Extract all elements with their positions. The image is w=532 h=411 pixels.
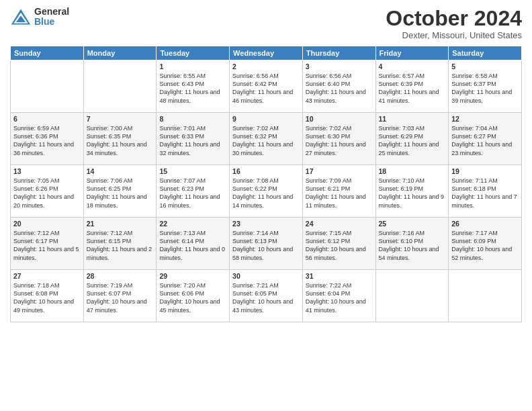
day-info: Sunrise: 6:56 AM Sunset: 6:42 PM Dayligh…	[232, 72, 300, 105]
logo-general: General	[34, 7, 69, 17]
col-thursday: Thursday	[302, 46, 375, 60]
day-info: Sunrise: 7:02 AM Sunset: 6:32 PM Dayligh…	[232, 124, 300, 157]
day-number: 28	[87, 272, 154, 280]
table-row: 1Sunrise: 6:55 AM Sunset: 6:43 PM Daylig…	[157, 60, 230, 113]
day-info: Sunrise: 7:19 AM Sunset: 6:07 PM Dayligh…	[87, 281, 154, 314]
day-number: 31	[306, 272, 373, 280]
table-row: 3Sunrise: 6:56 AM Sunset: 6:40 PM Daylig…	[302, 60, 375, 113]
table-row: 12Sunrise: 7:04 AM Sunset: 6:27 PM Dayli…	[449, 113, 522, 165]
day-number: 14	[87, 167, 154, 175]
table-row: 29Sunrise: 7:20 AM Sunset: 6:06 PM Dayli…	[157, 270, 230, 322]
day-number: 18	[379, 167, 446, 175]
day-number: 7	[87, 115, 154, 123]
day-number: 21	[87, 220, 154, 228]
table-row: 14Sunrise: 7:06 AM Sunset: 6:25 PM Dayli…	[83, 165, 157, 218]
day-info: Sunrise: 7:18 AM Sunset: 6:08 PM Dayligh…	[13, 281, 81, 314]
month-title: October 2024	[386, 7, 522, 30]
day-number: 4	[379, 62, 446, 71]
day-number: 26	[451, 220, 519, 228]
day-info: Sunrise: 6:59 AM Sunset: 6:36 PM Dayligh…	[13, 124, 81, 157]
day-info: Sunrise: 7:02 AM Sunset: 6:30 PM Dayligh…	[306, 124, 373, 157]
day-info: Sunrise: 6:58 AM Sunset: 6:37 PM Dayligh…	[451, 72, 519, 105]
day-info: Sunrise: 7:12 AM Sunset: 6:15 PM Dayligh…	[87, 229, 154, 262]
day-number: 10	[306, 115, 373, 123]
col-friday: Friday	[375, 46, 449, 60]
calendar-week-2: 6Sunrise: 6:59 AM Sunset: 6:36 PM Daylig…	[11, 113, 522, 165]
calendar-week-4: 20Sunrise: 7:12 AM Sunset: 6:17 PM Dayli…	[11, 218, 522, 270]
header: General Blue October 2024 Dexter, Missou…	[10, 7, 522, 40]
table-row: 10Sunrise: 7:02 AM Sunset: 6:30 PM Dayli…	[302, 113, 375, 165]
day-info: Sunrise: 7:04 AM Sunset: 6:27 PM Dayligh…	[451, 124, 519, 157]
day-info: Sunrise: 7:07 AM Sunset: 6:23 PM Dayligh…	[159, 177, 226, 210]
table-row: 5Sunrise: 6:58 AM Sunset: 6:37 PM Daylig…	[449, 60, 522, 113]
day-number: 16	[232, 167, 300, 175]
table-row: 20Sunrise: 7:12 AM Sunset: 6:17 PM Dayli…	[11, 218, 84, 270]
day-info: Sunrise: 7:05 AM Sunset: 6:26 PM Dayligh…	[13, 177, 81, 210]
day-info: Sunrise: 7:06 AM Sunset: 6:25 PM Dayligh…	[87, 177, 154, 210]
logo-text: General Blue	[34, 7, 69, 28]
day-number: 8	[159, 115, 226, 123]
logo: General Blue	[10, 7, 69, 28]
col-wednesday: Wednesday	[230, 46, 303, 60]
table-row	[83, 60, 157, 113]
day-number: 25	[379, 220, 446, 228]
table-row: 2Sunrise: 6:56 AM Sunset: 6:42 PM Daylig…	[230, 60, 303, 113]
day-number: 29	[159, 272, 226, 280]
col-tuesday: Tuesday	[157, 46, 230, 60]
day-number: 6	[13, 115, 81, 123]
table-row: 19Sunrise: 7:11 AM Sunset: 6:18 PM Dayli…	[449, 165, 522, 218]
day-number: 11	[379, 115, 446, 123]
day-number: 23	[232, 220, 300, 228]
logo-blue: Blue	[34, 17, 69, 27]
day-info: Sunrise: 7:21 AM Sunset: 6:05 PM Dayligh…	[232, 281, 300, 314]
day-info: Sunrise: 7:13 AM Sunset: 6:14 PM Dayligh…	[159, 229, 226, 262]
day-number: 5	[451, 62, 519, 71]
calendar-week-3: 13Sunrise: 7:05 AM Sunset: 6:26 PM Dayli…	[11, 165, 522, 218]
day-number: 12	[451, 115, 519, 123]
day-info: Sunrise: 6:56 AM Sunset: 6:40 PM Dayligh…	[306, 72, 373, 105]
day-number: 1	[159, 62, 226, 71]
table-row: 28Sunrise: 7:19 AM Sunset: 6:07 PM Dayli…	[83, 270, 157, 322]
table-row: 24Sunrise: 7:15 AM Sunset: 6:12 PM Dayli…	[302, 218, 375, 270]
day-number: 20	[13, 220, 81, 228]
day-number: 17	[306, 167, 373, 175]
day-number: 3	[306, 62, 373, 71]
table-row: 25Sunrise: 7:16 AM Sunset: 6:10 PM Dayli…	[375, 218, 449, 270]
title-section: October 2024 Dexter, Missouri, United St…	[386, 7, 522, 40]
table-row	[375, 270, 449, 322]
table-row: 8Sunrise: 7:01 AM Sunset: 6:33 PM Daylig…	[157, 113, 230, 165]
day-info: Sunrise: 6:55 AM Sunset: 6:43 PM Dayligh…	[159, 72, 226, 105]
table-row	[449, 270, 522, 322]
table-row	[11, 60, 84, 113]
table-row: 18Sunrise: 7:10 AM Sunset: 6:19 PM Dayli…	[375, 165, 449, 218]
day-info: Sunrise: 7:03 AM Sunset: 6:29 PM Dayligh…	[379, 124, 446, 157]
calendar-week-5: 27Sunrise: 7:18 AM Sunset: 6:08 PM Dayli…	[11, 270, 522, 322]
day-number: 9	[232, 115, 300, 123]
table-row: 6Sunrise: 6:59 AM Sunset: 6:36 PM Daylig…	[11, 113, 84, 165]
day-number: 30	[232, 272, 300, 280]
table-row: 15Sunrise: 7:07 AM Sunset: 6:23 PM Dayli…	[157, 165, 230, 218]
page: General Blue October 2024 Dexter, Missou…	[0, 0, 532, 411]
col-saturday: Saturday	[449, 46, 522, 60]
day-number: 19	[451, 167, 519, 175]
col-monday: Monday	[83, 46, 157, 60]
day-info: Sunrise: 7:09 AM Sunset: 6:21 PM Dayligh…	[306, 177, 373, 210]
table-row: 9Sunrise: 7:02 AM Sunset: 6:32 PM Daylig…	[230, 113, 303, 165]
table-row: 30Sunrise: 7:21 AM Sunset: 6:05 PM Dayli…	[230, 270, 303, 322]
table-row: 31Sunrise: 7:22 AM Sunset: 6:04 PM Dayli…	[302, 270, 375, 322]
calendar-header-row: Sunday Monday Tuesday Wednesday Thursday…	[11, 46, 522, 60]
table-row: 17Sunrise: 7:09 AM Sunset: 6:21 PM Dayli…	[302, 165, 375, 218]
day-info: Sunrise: 7:14 AM Sunset: 6:13 PM Dayligh…	[232, 229, 300, 262]
day-info: Sunrise: 7:08 AM Sunset: 6:22 PM Dayligh…	[232, 177, 300, 210]
table-row: 21Sunrise: 7:12 AM Sunset: 6:15 PM Dayli…	[83, 218, 157, 270]
table-row: 4Sunrise: 6:57 AM Sunset: 6:39 PM Daylig…	[375, 60, 449, 113]
day-info: Sunrise: 7:00 AM Sunset: 6:35 PM Dayligh…	[87, 124, 154, 157]
day-info: Sunrise: 6:57 AM Sunset: 6:39 PM Dayligh…	[379, 72, 446, 105]
day-info: Sunrise: 7:15 AM Sunset: 6:12 PM Dayligh…	[306, 229, 373, 262]
day-info: Sunrise: 7:16 AM Sunset: 6:10 PM Dayligh…	[379, 229, 446, 262]
table-row: 16Sunrise: 7:08 AM Sunset: 6:22 PM Dayli…	[230, 165, 303, 218]
table-row: 7Sunrise: 7:00 AM Sunset: 6:35 PM Daylig…	[83, 113, 157, 165]
table-row: 26Sunrise: 7:17 AM Sunset: 6:09 PM Dayli…	[449, 218, 522, 270]
col-sunday: Sunday	[11, 46, 84, 60]
table-row: 23Sunrise: 7:14 AM Sunset: 6:13 PM Dayli…	[230, 218, 303, 270]
